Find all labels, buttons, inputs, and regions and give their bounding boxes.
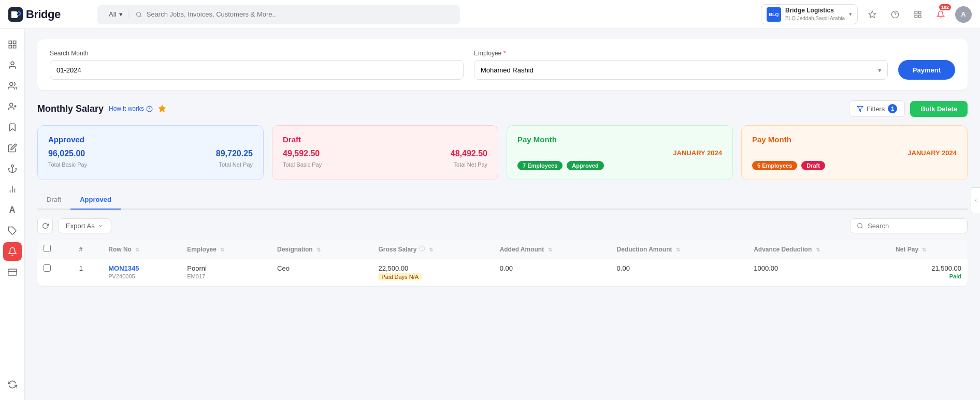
paymonth-green-employees: 7 Employees	[517, 161, 563, 170]
svg-marker-2	[869, 11, 875, 18]
star-button[interactable]	[864, 6, 881, 23]
svg-point-31	[858, 223, 862, 228]
sidebar-icon-chart[interactable]	[3, 180, 22, 199]
select-all-checkbox[interactable]	[44, 245, 51, 252]
col-rowno: Row No ⇅	[102, 240, 181, 259]
employee-label: Employee *	[474, 50, 888, 57]
row-select-checkbox[interactable]	[44, 264, 51, 272]
left-sidebar: A	[0, 29, 25, 400]
employee-select-wrap[interactable]: Mohamed Rashid	[474, 60, 888, 80]
draft-label1: Total Basic Pay	[283, 161, 322, 168]
paymonth-green-month: JANUARY 2024	[517, 149, 722, 157]
scroll-right-button[interactable]	[971, 187, 980, 213]
table-header-row: # Row No ⇅ Employee ⇅ Designation ⇅ Gros…	[37, 240, 968, 259]
sidebar-icon-font[interactable]: A	[3, 201, 22, 219]
filter-icon	[857, 106, 863, 112]
table-search-wrap[interactable]	[850, 218, 968, 233]
row-netpay: 21,500.00 Paid	[889, 259, 968, 286]
month-input[interactable]	[50, 60, 464, 80]
sidebar-icon-card[interactable]	[3, 263, 22, 282]
row-advance: 1000.00	[747, 259, 889, 286]
row-deduction: 0.00	[611, 259, 748, 286]
sidebar-icon-tag[interactable]	[3, 221, 22, 240]
svg-rect-6	[918, 11, 921, 14]
table-search-input[interactable]	[868, 222, 961, 230]
col-checkbox	[37, 240, 73, 259]
col-added: Added Amount ⇅	[494, 240, 611, 259]
row-rowno: MON1345 PV240005	[102, 259, 181, 286]
approved-amount1: 96,025.00	[48, 149, 85, 158]
employee-select[interactable]: Mohamed Rashid	[474, 60, 888, 80]
row-added: 0.00	[494, 259, 611, 286]
refresh-button[interactable]	[37, 218, 53, 233]
main-layout: A Search Month Employee *	[0, 29, 980, 400]
draft-amount1: 49,592.50	[283, 149, 320, 158]
help-button[interactable]	[887, 6, 903, 23]
tab-approved[interactable]: Approved	[70, 190, 121, 210]
row-employee: Poorni EM017	[181, 259, 271, 286]
sidebar-icon-anchor[interactable]	[3, 159, 22, 178]
svg-point-14	[9, 82, 12, 85]
salary-table: # Row No ⇅ Employee ⇅ Designation ⇅ Gros…	[37, 240, 968, 286]
summary-cards: Approved 96,025.00 89,720.25 Total Basic…	[37, 125, 968, 180]
apps-button[interactable]	[910, 6, 926, 23]
logo-area: Bridge	[8, 7, 91, 22]
month-search-group: Search Month	[50, 50, 464, 80]
company-selector[interactable]: BLQ Bridge Logistics BLQ Jeddah,Saudi Ar…	[761, 4, 858, 24]
sidebar-icon-user[interactable]	[3, 56, 22, 75]
col-netpay: Net Pay ⇅	[889, 240, 968, 259]
month-label: Search Month	[50, 50, 464, 57]
tab-draft[interactable]: Draft	[37, 190, 70, 210]
chevron-down-icon	[98, 223, 104, 229]
company-location: BLQ Jeddah,Saudi Arabia	[785, 15, 845, 22]
user-avatar[interactable]: A	[955, 6, 972, 23]
paymonth-orange-card: Pay Month JANUARY 2024 5 Employees Draft	[741, 125, 968, 180]
export-button[interactable]: Export As	[58, 218, 111, 233]
info-icon	[146, 106, 153, 112]
global-search-bar[interactable]: All ▾	[97, 5, 460, 24]
company-name: Bridge Logistics	[785, 7, 845, 15]
payment-button[interactable]: Payment	[898, 60, 955, 80]
sidebar-icon-user-plus[interactable]	[3, 97, 22, 116]
section-title: Monthly Salary	[37, 103, 104, 114]
approved-label2: Total Net Pay	[219, 161, 253, 168]
search-input[interactable]	[147, 10, 454, 18]
col-num: #	[73, 240, 103, 259]
table-controls: Export As	[37, 218, 968, 233]
sidebar-icon-grid[interactable]	[3, 35, 22, 54]
bulk-delete-button[interactable]: Bulk Delete	[910, 101, 968, 117]
header-actions: Filters 1 Bulk Delete	[849, 100, 968, 117]
required-marker: *	[503, 50, 506, 57]
svg-rect-24	[8, 269, 17, 275]
sidebar-icon-edit[interactable]	[3, 139, 22, 157]
svg-rect-10	[13, 41, 16, 43]
net-pay-status: Paid	[896, 273, 961, 279]
notification-button[interactable]: 182	[932, 6, 949, 23]
sidebar-icon-users[interactable]	[3, 77, 22, 95]
svg-point-13	[11, 62, 14, 65]
refresh-icon	[42, 223, 49, 229]
row-gross: 22,500.00 Paid Days N/A	[372, 259, 493, 286]
search-type-dropdown[interactable]: All ▾	[104, 10, 128, 18]
search-filter-section: Search Month Employee * Mohamed Rashid P…	[37, 39, 968, 90]
company-logo: BLQ	[767, 7, 781, 22]
sidebar-icon-bookmark[interactable]	[3, 118, 22, 137]
filters-button[interactable]: Filters 1	[849, 100, 905, 117]
employee-search-group: Employee * Mohamed Rashid	[474, 50, 888, 80]
logo-icon	[8, 7, 23, 22]
draft-title: Draft	[283, 135, 487, 144]
how-it-works-link[interactable]: How it works	[109, 105, 153, 112]
svg-point-1	[137, 12, 141, 16]
svg-marker-29	[158, 105, 165, 112]
sidebar-icon-sync[interactable]	[3, 375, 22, 394]
row-checkbox[interactable]	[37, 259, 73, 286]
approved-title: Approved	[48, 135, 253, 144]
draft-label2: Total Net Pay	[454, 161, 487, 168]
draft-amount2: 48,492.50	[451, 149, 487, 158]
search-icon	[136, 11, 142, 18]
star-icon[interactable]	[158, 105, 166, 113]
col-employee: Employee ⇅	[181, 240, 271, 259]
row-num: 1	[73, 259, 103, 286]
row-no-link[interactable]: MON1345	[108, 264, 175, 272]
sidebar-icon-notification[interactable]	[3, 242, 22, 261]
